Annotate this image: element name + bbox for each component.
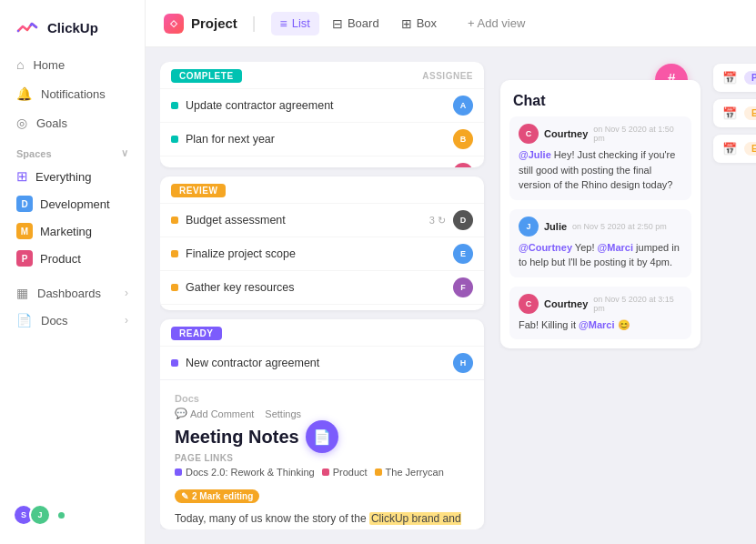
settings-link[interactable]: Settings <box>265 408 301 419</box>
docs-label: Docs <box>175 393 469 404</box>
task-avatar: A <box>453 96 473 116</box>
tab-board[interactable]: ⊟ Board <box>323 12 388 35</box>
assignee-label-complete: ASSIGNEE <box>422 71 473 81</box>
task-item[interactable]: Gather key resources F <box>160 270 484 304</box>
chat-author-2: Julie <box>544 221 567 232</box>
chat-avatar-3: C <box>519 294 539 314</box>
chat-text-3: Fab! Killing it @Marci 😊 <box>519 317 682 333</box>
task-item[interactable]: How to manage event planning C <box>160 156 484 167</box>
task-name: Finalize project scope <box>186 247 446 260</box>
bell-icon: 🔔 <box>16 86 32 101</box>
task-avatar: F <box>453 277 473 297</box>
sidebar-item-product[interactable]: P Product <box>7 245 137 272</box>
sidebar-item-marketing[interactable]: M Marketing <box>7 217 137 245</box>
chat-message-1: C Courtney on Nov 5 2020 at 1:50 pm @Jul… <box>509 116 691 200</box>
product-dot: P <box>16 250 33 267</box>
spaces-chevron-icon[interactable]: ∨ <box>121 147 128 159</box>
right-sidebar-item-2[interactable]: 📅 EXECUTION 💬 <box>713 99 756 127</box>
chat-message-2: J Julie on Nov 5 2020 at 2:50 pm @Courtn… <box>509 209 691 277</box>
chat-time-2: on Nov 5 2020 at 2:50 pm <box>572 222 667 231</box>
sidebar-item-goals[interactable]: ◎ Goals <box>7 109 137 136</box>
calendar-icon-3: 📅 <box>722 142 737 156</box>
task-name: Budget assessment <box>186 214 422 227</box>
task-item[interactable]: Finalize project scope E <box>160 237 484 270</box>
chat-time-1: on Nov 5 2020 at 1:50 pm <box>593 125 682 143</box>
sidebar-item-marketing-label: Marketing <box>40 225 92 238</box>
goals-icon: ◎ <box>16 116 27 130</box>
page-link-item[interactable]: Product <box>322 467 368 478</box>
sidebar-item-everything-label: Everything <box>35 170 91 184</box>
add-view-button[interactable]: + Add view <box>460 12 532 35</box>
status-badge-review: REVIEW <box>171 184 226 197</box>
status-badge-complete: COMPLETE <box>171 69 242 83</box>
task-item[interactable]: Resource allocation G <box>160 304 484 310</box>
task-item[interactable]: Plan for next year B <box>160 122 484 156</box>
sidebar-item-home[interactable]: ⌂ Home <box>7 51 137 78</box>
add-comment-label: Add Comment <box>190 408 254 419</box>
dashboards-icon: ▦ <box>16 286 28 300</box>
task-list-panel: COMPLETE ASSIGNEE Update contractor agre… <box>160 62 488 529</box>
content-area: COMPLETE ASSIGNEE Update contractor agre… <box>146 47 756 544</box>
page-links: Docs 2.0: Rework & Thinking Product The … <box>175 467 469 478</box>
dashboards-chevron-icon: › <box>125 287 128 299</box>
sidebar-item-development-label: Development <box>40 197 110 211</box>
tab-box[interactable]: ⊞ Box <box>392 12 446 35</box>
calendar-icon-2: 📅 <box>722 106 737 120</box>
edit-icon: ✎ <box>181 491 188 501</box>
section-complete-header: COMPLETE ASSIGNEE <box>160 62 484 88</box>
sidebar-item-product-label: Product <box>40 252 81 266</box>
task-item[interactable]: Budget assessment 3 ↻ D <box>160 203 484 237</box>
page-link-dot <box>175 468 182 476</box>
task-item[interactable]: New contractor agreement H <box>160 346 484 379</box>
settings-label: Settings <box>265 408 301 419</box>
task-avatar: B <box>453 129 473 149</box>
section-complete: COMPLETE ASSIGNEE Update contractor agre… <box>160 62 484 167</box>
box-icon: ⊞ <box>401 16 412 31</box>
sidebar-item-everything[interactable]: ⊞ Everything <box>7 163 137 190</box>
tab-box-label: Box <box>417 16 437 30</box>
multi-edit-label: 2 Mark editing <box>192 491 253 501</box>
chat-author-1: Courtney <box>544 128 588 139</box>
sidebar-item-home-label: Home <box>33 58 65 72</box>
sidebar-item-docs-label: Docs <box>41 314 68 327</box>
add-comment-link[interactable]: 💬 Add Comment <box>175 408 254 419</box>
topbar-tabs: ≡ List ⊟ Board ⊞ Box <box>271 12 447 35</box>
spaces-section-label: Spaces ∨ <box>0 136 145 163</box>
docs-icon: 📄 <box>16 313 32 327</box>
sidebar-item-goals-label: Goals <box>36 116 67 130</box>
page-link-dot <box>375 468 382 476</box>
right-sidebar-item-3[interactable]: 📅 EXECUTION 💬 <box>713 135 756 163</box>
tab-board-label: Board <box>348 16 379 30</box>
task-item[interactable]: Update contractor agreement A <box>160 88 484 122</box>
mention-courtney: @Courtney <box>519 242 572 253</box>
topbar-divider: | <box>252 14 257 33</box>
multi-edit-badge: ✎ 2 Mark editing <box>175 489 259 503</box>
task-dot <box>171 250 178 257</box>
home-icon: ⌂ <box>16 57 24 72</box>
page-link-item[interactable]: Docs 2.0: Rework & Thinking <box>175 467 315 478</box>
right-sidebar-item-1[interactable]: 📅 PLANNING 💬 <box>713 64 756 92</box>
section-review-header: REVIEW <box>160 176 484 203</box>
page-link-dot <box>322 468 329 476</box>
page-link-label: Product <box>333 467 368 478</box>
sidebar-item-docs[interactable]: 📄 Docs › <box>0 307 145 334</box>
chat-panel-wrapper: # Chat C Courtney on Nov 5 2020 at 1:50 … <box>500 80 701 529</box>
chat-title: Chat <box>500 80 701 116</box>
board-icon: ⊟ <box>332 16 343 31</box>
page-link-item[interactable]: The Jerrycan <box>375 467 444 478</box>
highlight-brand: ClickUp brand and how it influenced many <box>175 512 461 529</box>
topbar: ◇ Project | ≡ List ⊟ Board ⊞ Box + Add v… <box>146 0 756 47</box>
sidebar-footer: S J <box>0 495 145 535</box>
sidebar-item-notifications[interactable]: 🔔 Notifications <box>7 80 137 107</box>
status-badge-ready: READY <box>171 327 222 340</box>
avatar-j: J <box>29 504 51 526</box>
sidebar: ClickUp ⌂ Home 🔔 Notifications ◎ Goals S… <box>0 0 146 544</box>
sidebar-item-dashboards[interactable]: ▦ Dashboards › <box>0 279 145 307</box>
chat-avatar-2: J <box>519 217 539 237</box>
chip-execution-1: EXECUTION <box>744 106 756 120</box>
project-icon: ◇ <box>164 14 184 34</box>
tab-list[interactable]: ≡ List <box>271 12 319 35</box>
sidebar-item-development[interactable]: D Development <box>7 190 137 217</box>
sidebar-nav: ⌂ Home 🔔 Notifications ◎ Goals <box>0 51 145 136</box>
docs-fab-button[interactable]: 📄 <box>306 420 338 453</box>
